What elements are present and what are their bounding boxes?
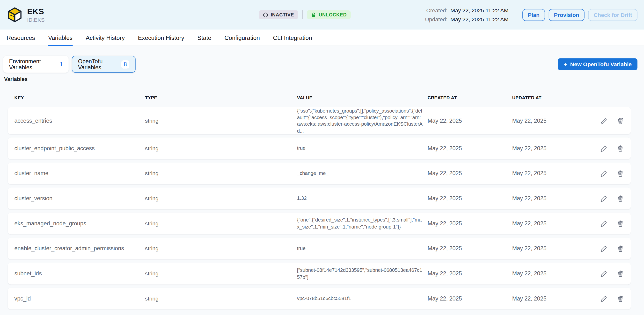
tab-variables[interactable]: Variables bbox=[48, 29, 72, 45]
edit-variable-button[interactable] bbox=[600, 144, 608, 152]
updated-label: Updated: bbox=[425, 16, 448, 22]
page-title: EKS bbox=[27, 7, 44, 16]
trash-icon bbox=[616, 220, 624, 227]
trash-icon bbox=[616, 270, 624, 277]
edit-variable-button[interactable] bbox=[600, 295, 608, 303]
cube-logo-icon bbox=[6, 6, 23, 23]
row-updated: May 22, 2025 bbox=[512, 170, 587, 176]
row-value: _change_me_ bbox=[297, 170, 428, 177]
row-created: May 22, 2025 bbox=[428, 220, 512, 226]
table-row: access_entries string {"sso":{"kubernete… bbox=[8, 107, 631, 134]
row-created: May 22, 2025 bbox=[428, 296, 512, 302]
lock-badge: UNLOCKED bbox=[307, 10, 351, 19]
trash-icon bbox=[616, 295, 624, 303]
row-key: cluster_endpoint_public_access bbox=[14, 145, 145, 151]
table-header-row: KEY TYPE VALUE CREATED AT UPDATED AT bbox=[14, 95, 631, 100]
tab-configuration[interactable]: Configuration bbox=[224, 29, 260, 45]
lock-badge-label: UNLOCKED bbox=[318, 12, 347, 17]
section-title: Variables bbox=[4, 76, 644, 82]
row-updated: May 22, 2025 bbox=[512, 271, 587, 277]
trash-icon bbox=[616, 170, 624, 177]
pencil-icon bbox=[600, 295, 608, 303]
unlock-icon bbox=[311, 12, 316, 17]
edit-variable-button[interactable] bbox=[600, 117, 608, 124]
pencil-icon bbox=[600, 170, 608, 177]
row-created: May 22, 2025 bbox=[428, 271, 512, 277]
trash-icon bbox=[616, 194, 624, 202]
col-header-value: VALUE bbox=[297, 95, 428, 100]
delete-variable-button[interactable] bbox=[616, 245, 624, 253]
delete-variable-button[interactable] bbox=[616, 270, 624, 277]
row-key: subnet_ids bbox=[14, 271, 145, 277]
tab-execution-history[interactable]: Execution History bbox=[138, 29, 184, 45]
row-updated: May 22, 2025 bbox=[512, 195, 587, 201]
row-created: May 22, 2025 bbox=[428, 145, 512, 151]
row-value: true bbox=[297, 245, 428, 252]
row-type: string bbox=[145, 170, 297, 176]
timestamps: Created: May 22, 2025 11:22 AM Updated: … bbox=[425, 7, 508, 22]
tab-state[interactable]: State bbox=[198, 29, 212, 45]
col-header-created: CREATED AT bbox=[428, 95, 512, 100]
workspace-brand: EKS ID:EKS bbox=[6, 6, 44, 23]
edit-variable-button[interactable] bbox=[600, 220, 608, 227]
row-value: true bbox=[297, 145, 428, 152]
row-value: ["subnet-08f14e7142d333595","subnet-0680… bbox=[297, 267, 428, 280]
pencil-icon bbox=[600, 220, 608, 227]
delete-variable-button[interactable] bbox=[616, 117, 624, 124]
variables-table: access_entries string {"sso":{"kubernete… bbox=[8, 107, 631, 310]
row-updated: May 22, 2025 bbox=[512, 118, 587, 124]
new-opentofu-variable-button[interactable]: + New OpenTofu Variable bbox=[558, 58, 638, 70]
table-row: subnet_ids string ["subnet-08f14e7142d33… bbox=[8, 263, 631, 284]
trash-icon bbox=[616, 144, 624, 152]
new-variable-label: New OpenTofu Variable bbox=[570, 61, 632, 67]
row-type: string bbox=[145, 195, 297, 201]
status-badge-label: INACTIVE bbox=[271, 12, 294, 17]
edit-variable-button[interactable] bbox=[600, 170, 608, 177]
badge-divider bbox=[302, 10, 303, 19]
plus-icon: + bbox=[564, 61, 567, 67]
check-for-drift-button[interactable]: Check for Drift bbox=[588, 9, 637, 21]
row-key: cluster_name bbox=[14, 170, 145, 176]
header-actions: Plan Provision Check for Drift bbox=[522, 9, 637, 21]
edit-variable-button[interactable] bbox=[600, 245, 608, 253]
tab-cli-integration[interactable]: CLI Integration bbox=[273, 29, 312, 45]
row-key: eks_managed_node_groups bbox=[14, 220, 145, 226]
subtab-opentofu-count: 8 bbox=[121, 60, 129, 68]
pencil-icon bbox=[600, 270, 608, 277]
col-header-updated: UPDATED AT bbox=[512, 95, 593, 100]
page-subtitle: ID:EKS bbox=[27, 17, 44, 23]
row-value: vpc-078b51c6cbc5581f1 bbox=[297, 295, 428, 302]
row-updated: May 22, 2025 bbox=[512, 296, 587, 302]
row-key: access_entries bbox=[14, 118, 145, 124]
row-value: {"one":{"desired_size":1,"instance_types… bbox=[297, 217, 428, 230]
delete-variable-button[interactable] bbox=[616, 220, 624, 227]
row-created: May 22, 2025 bbox=[428, 245, 512, 252]
row-key: cluster_version bbox=[14, 195, 145, 201]
header: EKS ID:EKS INACTIVE UNLOCKED bbox=[0, 0, 644, 29]
subtab-environment-variables[interactable]: Environment Variables 1 bbox=[4, 56, 69, 73]
row-type: string bbox=[145, 245, 297, 252]
row-created: May 22, 2025 bbox=[428, 195, 512, 201]
row-updated: May 22, 2025 bbox=[512, 220, 587, 226]
delete-variable-button[interactable] bbox=[616, 194, 624, 202]
col-header-key: KEY bbox=[14, 95, 145, 100]
edit-variable-button[interactable] bbox=[600, 194, 608, 202]
tab-resources[interactable]: Resources bbox=[6, 29, 35, 45]
tab-bar: Resources Variables Activity History Exe… bbox=[0, 29, 644, 46]
delete-variable-button[interactable] bbox=[616, 170, 624, 177]
row-type: string bbox=[145, 271, 297, 277]
edit-variable-button[interactable] bbox=[600, 270, 608, 277]
delete-variable-button[interactable] bbox=[616, 295, 624, 303]
provision-button[interactable]: Provision bbox=[548, 9, 584, 21]
created-value: May 22, 2025 11:22 AM bbox=[450, 7, 508, 13]
row-updated: May 22, 2025 bbox=[512, 145, 587, 151]
delete-variable-button[interactable] bbox=[616, 144, 624, 152]
status-badge: INACTIVE bbox=[259, 10, 298, 19]
subtab-env-count: 1 bbox=[60, 61, 63, 67]
subtab-opentofu-variables[interactable]: OpenTofu Variables 8 bbox=[72, 56, 136, 73]
plan-button[interactable]: Plan bbox=[522, 9, 545, 21]
row-key: enable_cluster_creator_admin_permissions bbox=[14, 245, 145, 252]
row-type: string bbox=[145, 296, 297, 302]
tab-activity-history[interactable]: Activity History bbox=[86, 29, 125, 45]
table-row: cluster_endpoint_public_access string tr… bbox=[8, 137, 631, 159]
